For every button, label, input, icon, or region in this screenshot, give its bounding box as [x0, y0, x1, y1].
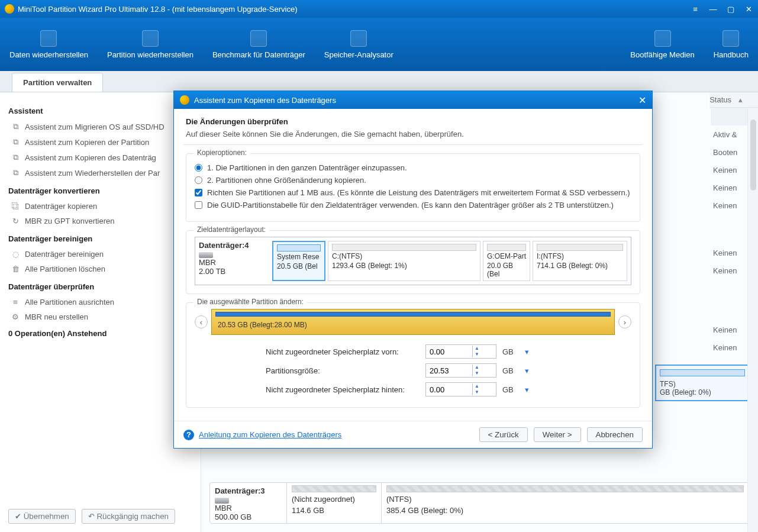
sidebar: Assistent ⧉Assistent zum Migrieren OS au… — [0, 92, 201, 532]
disk3-row[interactable]: Datenträger:3 MBR 500.00 GB (Nicht zugeo… — [209, 482, 750, 524]
ribbon-benchmark[interactable]: Benchmark für Datenträger — [203, 30, 315, 59]
ribbon-label: Speicher-Analysator — [324, 50, 393, 59]
checkbox-guid[interactable] — [195, 201, 202, 209]
disk-icon — [199, 252, 213, 258]
input-partition-size[interactable]: ▲▼ — [425, 363, 496, 378]
wizard-dialog: Assistent zum Kopieren des Datenträgers … — [173, 91, 653, 449]
dialog-titlebar[interactable]: Assistent zum Kopieren des Datenträgers … — [174, 91, 652, 109]
spin-up-icon[interactable]: ▲ — [473, 383, 481, 389]
trash-icon: 🗑 — [11, 265, 20, 273]
dialog-subheading: Auf dieser Seite können Sie die Änderung… — [186, 130, 640, 138]
benchmark-icon — [250, 30, 267, 47]
radio-noresize[interactable] — [195, 176, 202, 184]
wiz-migrate-os[interactable]: ⧉Assistent zum Migrieren OS auf SSD/HD — [8, 119, 192, 134]
minimize-button[interactable]: — — [708, 4, 718, 14]
radio-fit[interactable] — [195, 164, 202, 172]
close-button[interactable]: ✕ — [744, 4, 753, 14]
opt-no-resize[interactable]: 2. Partitionen ohne Größenänderung kopie… — [195, 176, 631, 185]
disk3-part2[interactable]: (NTFS) 385.4 GB (Belegt: 0%) — [382, 483, 749, 523]
slider-label: 20.53 GB (Belegt:28.00 MB) — [218, 321, 307, 329]
tab-partition-manage[interactable]: Partition verwalten — [12, 73, 103, 92]
ribbon-label: Bootfähige Medien — [630, 50, 694, 59]
disk-icon — [215, 498, 229, 504]
ribbon-data-recovery[interactable]: Daten wiederherstellen — [0, 30, 98, 59]
align-icon: ≡ — [11, 298, 20, 307]
sort-icon[interactable]: ▴ — [738, 95, 743, 104]
wiz-recover-partition[interactable]: ⧉Assistent zum Wiederherstellen der Par — [8, 165, 192, 180]
check-rebuild-mbr[interactable]: ⚙MBR neu erstellen — [8, 309, 192, 324]
edit-partition-legend: Die ausgewählte Partition ändern: — [193, 298, 307, 306]
layout-part-3[interactable]: I:(NTFS)714.1 GB (Belegt: 0%) — [533, 241, 627, 281]
disk3-size: 500.00 GB — [215, 512, 282, 521]
space-before-field[interactable] — [426, 347, 472, 356]
unit-dropdown[interactable]: ▾ — [525, 347, 536, 356]
copy-icon: ⿻ — [11, 202, 20, 211]
unit-dropdown[interactable]: ▾ — [525, 385, 536, 394]
partition-size-slider[interactable]: 20.53 GB (Belegt:28.00 MB) — [211, 309, 615, 335]
wiz-copy-disk[interactable]: ⧉Assistent zum Kopieren des Datenträg — [8, 150, 192, 165]
erase-icon: ◌ — [11, 250, 20, 259]
wizard-icon — [180, 95, 189, 105]
slider-left-button[interactable]: ‹ — [195, 315, 208, 328]
conv-mbr-gpt[interactable]: ↻MBR zu GPT konvertieren — [8, 214, 192, 228]
ribbon-bootable-media[interactable]: Bootfähige Medien — [621, 30, 704, 59]
copy-disk-icon: ⧉ — [11, 153, 20, 162]
next-button[interactable]: Weiter > — [534, 427, 581, 442]
part-name: TFS) — [660, 380, 745, 388]
disk3-part1[interactable]: (Nicht zugeordnet) 114.6 GB — [287, 483, 382, 523]
group-assistent: Assistent — [8, 107, 192, 115]
ribbon-manual[interactable]: Handbuch — [704, 30, 758, 59]
clean-delete-all[interactable]: 🗑Alle Partitionen löschen — [8, 262, 192, 276]
recover-icon: ⧉ — [11, 168, 20, 178]
spin-up-icon[interactable]: ▲ — [473, 365, 481, 370]
dialog-close-button[interactable]: ✕ — [638, 95, 646, 106]
label-space-before: Nicht zugeordneter Speicherplatz vorn: — [266, 347, 420, 356]
maximize-button[interactable]: ▢ — [726, 4, 736, 14]
spin-down-icon[interactable]: ▼ — [473, 352, 481, 357]
space-after-field[interactable] — [426, 385, 472, 394]
edit-partition-group: Die ausgewählte Partition ändern: ‹ 20.5… — [186, 302, 640, 408]
partition-size-field[interactable] — [426, 366, 472, 375]
cancel-button[interactable]: Abbrechen — [587, 427, 643, 442]
menu-icon[interactable]: ≡ — [691, 4, 700, 14]
pending-operations: 0 Operation(en) Anstehend — [8, 329, 192, 338]
disk3-type: MBR — [215, 504, 282, 512]
ribbon-space-analyzer[interactable]: Speicher-Analysator — [315, 30, 403, 59]
opt-fit-whole-disk[interactable]: 1. Die Partitionen in den ganzen Datentr… — [195, 163, 631, 172]
checkbox-align[interactable] — [195, 189, 202, 196]
ribbon-partition-recovery[interactable]: Partition wiederherstellen — [98, 30, 203, 59]
check-align[interactable]: ≡Alle Partitionen ausrichten — [8, 295, 192, 309]
clean-wipe[interactable]: ◌Datenträger bereinigen — [8, 247, 192, 262]
spin-down-icon[interactable]: ▼ — [473, 389, 481, 395]
target-layout: Datenträger:4 MBR 2.00 TB System Rese20.… — [195, 237, 631, 285]
target-disk-label[interactable]: Datenträger:4 MBR 2.00 TB — [199, 241, 270, 281]
unit-label: GB — [502, 347, 519, 356]
col-status[interactable]: Status — [709, 95, 731, 104]
convert-icon: ↻ — [11, 217, 20, 225]
unit-dropdown[interactable]: ▾ — [525, 366, 536, 375]
spin-up-icon[interactable]: ▲ — [473, 346, 481, 352]
layout-part-0[interactable]: System Rese20.5 GB (Bel — [272, 241, 325, 281]
undo-button[interactable]: ↶ Rückgängig machen — [82, 509, 175, 524]
partition-recovery-icon — [142, 30, 159, 47]
help-icon: ? — [183, 430, 194, 440]
apply-button[interactable]: ✔ Übernehmen — [8, 509, 76, 524]
input-space-before[interactable]: ▲▼ — [425, 344, 496, 359]
chk-align-1mb[interactable]: Richten Sie Partitionen auf 1 MB aus. (E… — [195, 188, 631, 197]
help-link[interactable]: ?Anleitung zum Kopieren des Datenträgers — [183, 430, 341, 440]
layout-part-1[interactable]: C:(NTFS)1293.4 GB (Belegt: 1%) — [328, 241, 480, 281]
wiz-copy-partition[interactable]: ⧉Assistent zum Kopieren der Partition — [8, 134, 192, 150]
input-space-after[interactable]: ▲▼ — [425, 382, 496, 396]
chk-guid[interactable]: Die GUID-Partitionstabelle für den Zield… — [195, 201, 631, 209]
layout-part-2[interactable]: G:OEM-Part20.0 GB (Bel — [483, 241, 530, 281]
part-usage: GB (Belegt: 0%) — [660, 388, 745, 396]
vertical-scrollbar[interactable] — [747, 108, 758, 532]
conv-copy-disk[interactable]: ⿻Datenträger kopieren — [8, 199, 192, 214]
disk-highlight[interactable]: TFS) GB (Belegt: 0%) — [655, 365, 750, 401]
spin-down-icon[interactable]: ▼ — [473, 370, 481, 376]
app-logo-icon — [5, 4, 14, 14]
back-button[interactable]: < Zurück — [479, 427, 528, 442]
ribbon-label: Benchmark für Datenträger — [212, 50, 305, 59]
slider-right-button[interactable]: › — [618, 315, 631, 328]
migrate-os-icon: ⧉ — [11, 122, 20, 131]
